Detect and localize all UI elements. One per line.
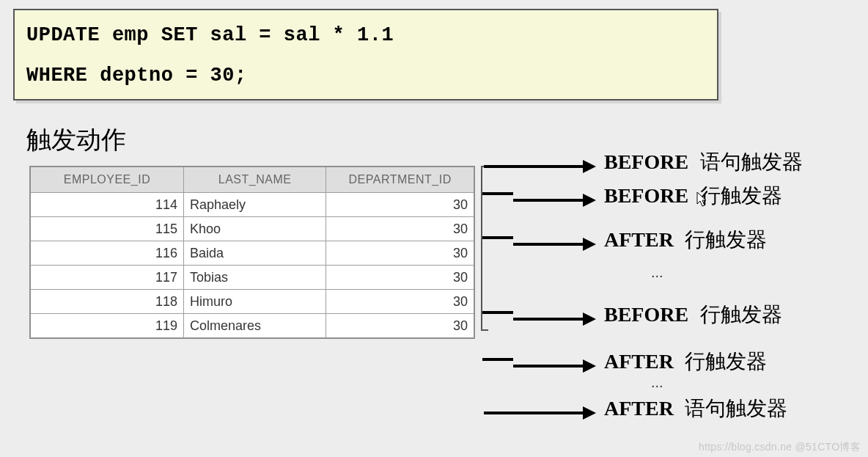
- sql-line-1: UPDATE emp SET sal = sal * 1.1: [26, 21, 705, 51]
- arrow-before-row-2: [513, 312, 596, 326]
- label-after-statement: AFTER 语句触发器: [604, 395, 787, 423]
- arrow-after-row-1: [513, 238, 596, 251]
- arrow-after-row-2: [513, 359, 596, 373]
- label-before-row-1: BEFORE 行触发器: [604, 182, 782, 210]
- table-row: 118 Himuro 30: [30, 290, 474, 314]
- sql-line-2: WHERE deptno = 30;: [26, 61, 705, 91]
- employee-table: EMPLOYEE_ID LAST_NAME DEPARTMENT_ID 114 …: [29, 166, 475, 339]
- table-row: 115 Khoo 30: [30, 217, 474, 241]
- label-before-row-2: BEFORE 行触发器: [604, 301, 782, 329]
- section-title: 触发动作: [26, 123, 126, 157]
- watermark: https://blog.csdn.ne @51CTO博客: [699, 441, 861, 454]
- table-right-brace: [481, 166, 482, 331]
- col-header-last-name: LAST_NAME: [183, 167, 326, 193]
- arrow-after-statement: [484, 406, 596, 420]
- col-header-department: DEPARTMENT_ID: [326, 167, 474, 193]
- table-row: 117 Tobias 30: [30, 266, 474, 290]
- dots-2: ...: [651, 374, 663, 391]
- table-header-row: EMPLOYEE_ID LAST_NAME DEPARTMENT_ID: [30, 167, 474, 193]
- arrow-before-statement: [484, 160, 596, 173]
- table-row: 119 Colmenares 30: [30, 314, 474, 339]
- label-after-row-2: AFTER 行触发器: [604, 348, 767, 376]
- col-header-employee-id: EMPLOYEE_ID: [30, 167, 183, 193]
- arrow-before-row-1: [513, 194, 596, 207]
- dots-1: ...: [651, 264, 663, 281]
- table-row: 116 Baida 30: [30, 241, 474, 266]
- sql-code-box: UPDATE emp SET sal = sal * 1.1 WHERE dep…: [13, 9, 718, 100]
- table-row: 114 Raphaely 30: [30, 193, 474, 217]
- label-before-statement: BEFORE 语句触发器: [604, 148, 803, 176]
- label-after-row-1: AFTER 行触发器: [604, 226, 767, 254]
- cursor-icon: [696, 191, 707, 208]
